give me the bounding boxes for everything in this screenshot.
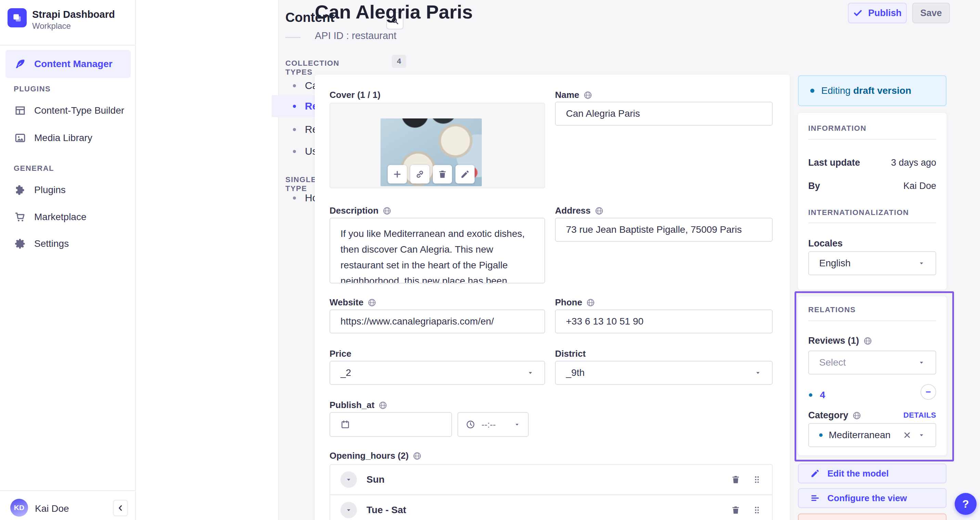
pencil-icon: [460, 169, 470, 179]
calendar-icon: [340, 420, 350, 429]
district-field-label: District: [555, 348, 586, 359]
description-textarea[interactable]: If you like Mediterranean and exotic dis…: [329, 218, 545, 284]
cover-field-label: Cover (1 / 1): [329, 90, 380, 100]
check-icon: [853, 8, 862, 18]
user-name: Kai Doe: [35, 503, 69, 514]
sidebar-item-label: Marketplace: [34, 212, 87, 223]
globe-icon: [413, 451, 422, 461]
strapi-logo[interactable]: [8, 8, 27, 27]
delete-media-button[interactable]: [433, 165, 452, 183]
strapi-app: Strapi Dashboard Workplace Content Manag…: [0, 0, 980, 520]
drag-handle-icon[interactable]: [752, 505, 762, 515]
publish-button[interactable]: Publish: [848, 3, 907, 23]
edit-model-label: Edit the model: [827, 468, 889, 479]
opening-hours-row-sun[interactable]: Sun: [330, 465, 772, 494]
status-dot-icon: [809, 393, 812, 397]
app-title: Strapi Dashboard: [32, 9, 115, 20]
last-update-row: Last update 3 days ago: [808, 158, 936, 168]
section-label-general: GENERAL: [14, 164, 54, 173]
configure-view-label: Configure the view: [827, 493, 907, 504]
bullet-icon: [293, 105, 296, 108]
expand-row-button[interactable]: [340, 502, 357, 518]
reviews-placeholder: Select: [819, 357, 846, 368]
address-field-label: Address: [555, 206, 604, 216]
website-input[interactable]: [329, 309, 545, 333]
district-select[interactable]: _9th: [555, 361, 773, 385]
sidebar-item-plugins[interactable]: Plugins: [5, 179, 131, 201]
bullet-icon: [293, 128, 296, 131]
information-heading: INFORMATION: [808, 124, 866, 133]
locale-select[interactable]: English: [808, 251, 936, 275]
edit-model-button[interactable]: Edit the model: [798, 464, 947, 483]
bullet-icon: [293, 150, 296, 153]
content-panel: Content COLLECTION TYPES 4 Category Rest…: [136, 0, 279, 520]
add-media-button[interactable]: [388, 165, 407, 183]
description-field-label: Description: [329, 206, 391, 216]
sidebar-item-marketplace[interactable]: Marketplace: [5, 206, 131, 228]
clear-icon[interactable]: [903, 431, 912, 440]
globe-icon: [379, 401, 387, 410]
copy-link-button[interactable]: [410, 165, 430, 183]
expand-row-button[interactable]: [340, 471, 357, 488]
gear-icon: [14, 238, 26, 250]
card-divider: [808, 223, 936, 223]
internationalization-heading: INTERNATIONALIZATION: [808, 208, 909, 217]
configure-view-button[interactable]: Configure the view: [798, 488, 947, 508]
reviews-field-label: Reviews (1): [808, 335, 872, 346]
caret-down-icon: [918, 260, 925, 267]
by-row: By Kai Doe: [808, 181, 936, 191]
reviews-select[interactable]: Select: [808, 351, 936, 375]
locale-value: English: [819, 258, 851, 269]
main-sidebar: Strapi Dashboard Workplace Content Manag…: [0, 0, 136, 520]
category-select[interactable]: Mediterranean: [808, 423, 936, 447]
opening-hours-row-label: Tue - Sat: [366, 505, 406, 515]
linked-review-link[interactable]: 4: [820, 389, 825, 400]
cover-photo: [380, 118, 482, 186]
phone-input[interactable]: [555, 309, 773, 333]
edit-media-button[interactable]: [455, 165, 475, 183]
trash-icon[interactable]: [731, 505, 740, 515]
sidebar-item-media-library[interactable]: Media Library: [5, 128, 131, 148]
relations-card: RELATIONS Reviews (1) Select 4 Category …: [798, 297, 947, 455]
cart-icon: [14, 211, 26, 223]
workspace-name: Workplace: [32, 21, 71, 31]
help-button[interactable]: ?: [955, 493, 977, 515]
globe-icon: [368, 298, 376, 307]
trash-icon: [438, 169, 447, 179]
sidebar-item-content-type-builder[interactable]: Content-Type Builder: [5, 100, 131, 121]
website-field-label: Website: [329, 297, 376, 308]
publish-date-input[interactable]: [329, 412, 452, 437]
card-divider: [808, 321, 936, 321]
price-select[interactable]: _2: [329, 361, 545, 385]
caret-down-icon: [527, 369, 534, 376]
caret-down-icon: [754, 369, 762, 376]
sidebar-item-label: Media Library: [34, 132, 92, 144]
caret-down-icon: [918, 431, 925, 439]
trash-icon[interactable]: [731, 475, 740, 484]
remove-relation-button[interactable]: [920, 384, 936, 400]
save-button[interactable]: Save: [912, 3, 950, 23]
drag-handle-icon[interactable]: [752, 475, 762, 484]
address-input[interactable]: [555, 218, 773, 242]
publish-time-input[interactable]: --:--: [458, 412, 529, 437]
publish-at-field-label: Publish_at: [329, 400, 387, 410]
chevron-left-icon: [116, 504, 125, 512]
details-link[interactable]: DETAILS: [904, 411, 936, 420]
sidebar-item-content-manager[interactable]: Content Manager: [5, 50, 131, 78]
globe-icon: [586, 298, 595, 307]
cover-media-field[interactable]: [329, 103, 545, 188]
caret-down-icon: [345, 476, 352, 483]
locales-label-row: Locales: [808, 238, 936, 249]
sidebar-footer-divider: [0, 490, 136, 491]
content-panel-divider: [285, 37, 301, 38]
user-avatar[interactable]: KD: [10, 499, 28, 517]
phone-field-label: Phone: [555, 297, 595, 308]
collection-types-label: COLLECTION TYPES: [285, 59, 339, 77]
delete-entry-button[interactable]: [798, 514, 947, 520]
sidebar-item-label: Plugins: [34, 185, 66, 195]
name-input[interactable]: [555, 102, 773, 126]
collapse-sidebar-button[interactable]: [113, 500, 128, 516]
sidebar-item-settings[interactable]: Settings: [5, 233, 131, 254]
status-emphasis: draft version: [853, 85, 911, 96]
opening-hours-row-tue-sat[interactable]: Tue - Sat: [330, 495, 772, 520]
